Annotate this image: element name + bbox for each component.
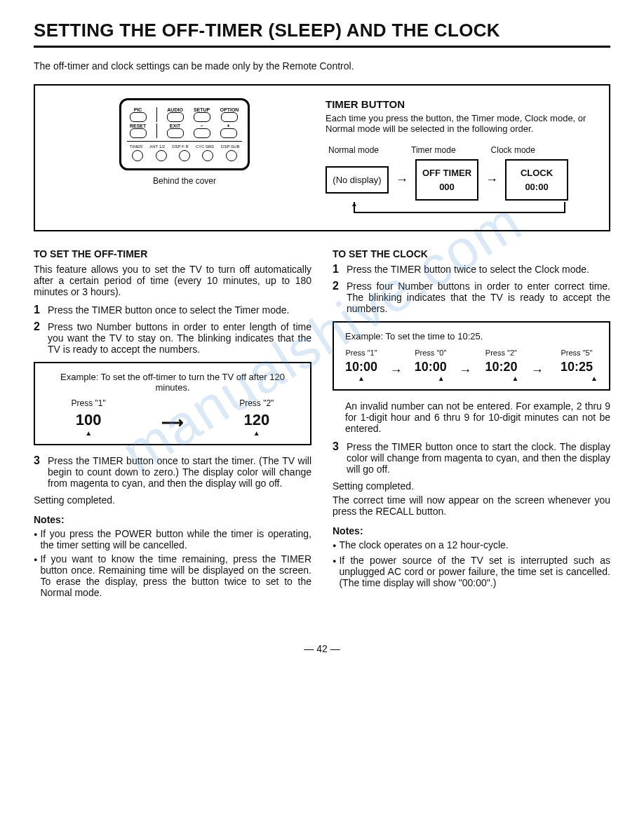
- arrow-right-icon: →: [485, 173, 498, 187]
- remote-button-icon: [226, 150, 237, 161]
- remote-button-icon: [167, 128, 184, 138]
- note-text: If the power source of the TV set is int…: [339, 555, 610, 588]
- blink-indicator-icon: ▲: [72, 429, 106, 437]
- blink-indicator-icon: ▲: [591, 374, 598, 382]
- step-number: 2: [333, 281, 342, 314]
- note-bullet: If the power source of the TV set is int…: [333, 555, 610, 588]
- blink-indicator-icon: ▲: [511, 374, 518, 382]
- remote-label: SETUP: [194, 107, 210, 112]
- press-label: Press "2": [239, 398, 274, 408]
- step-number: 1: [34, 304, 43, 316]
- mode-label: Clock mode: [491, 145, 535, 155]
- remote-label: PIC: [134, 107, 142, 112]
- step-number: 3: [333, 441, 342, 475]
- timer-diagram-box: PIC AUDIO SETUP OPTION RESET EXIT − + TI…: [34, 84, 610, 231]
- step-text: Press four Number buttons in order to en…: [347, 281, 610, 314]
- remote-label: −: [201, 123, 203, 128]
- remote-label: +: [227, 123, 230, 128]
- step-number: 3: [34, 455, 43, 489]
- mode-label: Timer mode: [411, 145, 456, 155]
- mode-box-timer: OFF TIMER 000: [415, 159, 478, 201]
- step-2: 2 Press four Number buttons in order to …: [333, 281, 610, 314]
- remote-label: EXIT: [170, 123, 181, 128]
- remote-button-icon: [156, 150, 167, 161]
- press-label: Press "1": [72, 398, 106, 408]
- mode-labels: Normal mode Timer mode Clock mode: [326, 145, 593, 155]
- remote-label: ANT 1/2: [149, 144, 165, 149]
- example-title: Example: To set the time to 10:25.: [345, 331, 598, 342]
- remote-side: PIC AUDIO SETUP OPTION RESET EXIT − + TI…: [51, 98, 318, 213]
- intro-text: The off-timer and clock settings can be …: [34, 60, 610, 72]
- remote-label: TIMER: [130, 144, 143, 149]
- press-label: Press "1": [345, 349, 377, 357]
- press-label: Press "5": [556, 349, 598, 357]
- off-timer-heading: TO SET THE OFF-TIMER: [34, 248, 311, 259]
- remote-button-icon: [132, 150, 143, 161]
- remote-button-icon: [130, 128, 147, 138]
- remote-label: OPTION: [220, 107, 239, 112]
- step-2: 2 Press two Number buttons in order to e…: [34, 321, 311, 355]
- mode-label: Normal mode: [328, 145, 379, 155]
- setting-completed: Setting completed.: [34, 494, 311, 506]
- loop-arrow-icon: [326, 202, 593, 213]
- remote-label: AUDIO: [167, 107, 183, 112]
- notes-heading: Notes:: [34, 514, 311, 525]
- note-text: If you press the POWER button while the …: [40, 528, 311, 550]
- display-value: 120: [239, 411, 274, 429]
- step-text: Press the TIMER button twice to select t…: [347, 264, 589, 275]
- off-timer-example: Example: To set the off-timer to turn th…: [34, 362, 311, 445]
- mode-box-normal: (No display): [326, 166, 389, 194]
- step-number: 2: [34, 321, 43, 355]
- arrow-right-icon: →: [396, 173, 408, 187]
- timer-button-desc: Each time you press the button, the Time…: [326, 113, 593, 134]
- timer-button-heading: TIMER BUTTON: [326, 98, 593, 110]
- display-value: 10:00: [345, 360, 377, 374]
- example-title: Example: To set the off-timer to turn th…: [46, 372, 299, 393]
- remote-button-icon: [130, 112, 147, 122]
- remote-button-icon: [179, 150, 190, 161]
- step-3: 3 Press the TIMER button once to start t…: [333, 441, 610, 475]
- page: manualshive.com SETTING THE OFF-TIMER (S…: [34, 20, 610, 654]
- invalid-note: An invalid number can not be entered. Fo…: [333, 400, 610, 434]
- press-label: Press "2": [483, 349, 518, 357]
- display-value: 100: [72, 411, 106, 429]
- remote-label: RESET: [130, 123, 146, 128]
- arrow-right-icon: →: [531, 363, 544, 378]
- blink-indicator-icon: ▲: [239, 429, 274, 437]
- mode-row: (No display) → OFF TIMER 000 → CLOCK 00:…: [326, 159, 593, 201]
- timer-explain: TIMER BUTTON Each time you press the but…: [318, 98, 593, 213]
- remote-label: DSP F·R: [172, 144, 189, 149]
- press-label: Press "0": [415, 349, 447, 357]
- display-value: 10:00: [415, 360, 447, 374]
- arrow-right-icon: →: [389, 363, 402, 378]
- page-number: — 42 —: [34, 643, 610, 654]
- step-1: 1 Press the TIMER button twice to select…: [333, 264, 610, 275]
- step-text: Press the TIMER button once to select th…: [48, 304, 289, 316]
- note-bullet: If you want to know the time remaining, …: [34, 553, 311, 598]
- arrow-right-icon: →: [459, 363, 471, 378]
- off-timer-intro: This feature allows you to set the TV to…: [34, 264, 311, 297]
- note-bullet: If you press the POWER button while the …: [34, 528, 311, 550]
- display-value: 10:25: [556, 360, 598, 374]
- remote-label: CYC·SBS: [196, 144, 214, 149]
- clock-heading: TO SET THE CLOCK: [333, 248, 610, 259]
- note-text: The clock operates on a 12 hour-cycle.: [339, 539, 508, 552]
- remote-illustration: PIC AUDIO SETUP OPTION RESET EXIT − + TI…: [119, 98, 250, 170]
- note-text: If you want to know the time remaining, …: [40, 553, 311, 598]
- remote-label: DSP·SUB: [221, 144, 239, 149]
- setting-completed: Setting completed.: [333, 480, 610, 492]
- arrow-right-icon: ⟶: [161, 414, 184, 432]
- step-3: 3 Press the TIMER button once to start t…: [34, 455, 311, 489]
- step-number: 1: [333, 264, 342, 275]
- mode-box-clock: CLOCK 00:00: [505, 159, 568, 201]
- remote-caption: Behind the cover: [51, 176, 318, 186]
- remote-button-icon: [167, 112, 184, 122]
- step-1: 1 Press the TIMER button once to select …: [34, 304, 311, 316]
- notes-heading: Notes:: [333, 525, 610, 536]
- remote-button-icon: [202, 150, 213, 161]
- page-title: SETTING THE OFF-TIMER (SLEEP) AND THE CL…: [34, 20, 610, 48]
- remote-button-icon: [220, 128, 237, 138]
- clock-section: TO SET THE CLOCK 1 Press the TIMER butto…: [333, 248, 610, 601]
- step-text: Press two Number buttons in order to ent…: [48, 321, 311, 355]
- step-text: Press the TIMER button once to start the…: [48, 455, 311, 489]
